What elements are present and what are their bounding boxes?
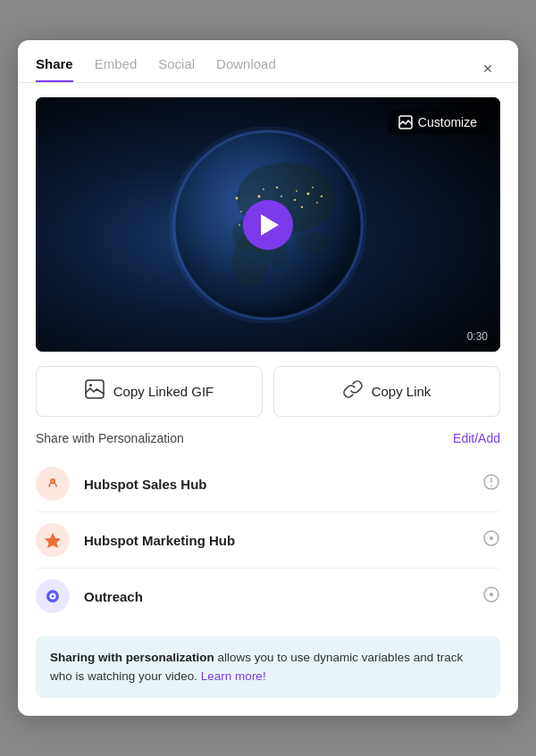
outreach-action[interactable] <box>482 586 500 608</box>
modal: Share Embed Social Download × <box>18 40 518 716</box>
edit-add-link[interactable]: Edit/Add <box>453 431 500 445</box>
svg-point-37 <box>490 536 493 540</box>
hubspot-sales-action[interactable] <box>482 473 500 495</box>
learn-more-link[interactable]: Learn more! <box>201 669 266 683</box>
image-icon <box>85 379 105 403</box>
tab-divider <box>18 82 518 83</box>
customize-icon <box>398 115 413 129</box>
integration-item-hubspot-marketing: Hubspot Marketing Hub <box>36 512 500 569</box>
share-section-header: Share with Personalization Edit/Add <box>36 431 500 445</box>
svg-point-11 <box>307 192 310 195</box>
outreach-icon <box>36 579 70 613</box>
video-player: Customize 0:30 <box>36 97 500 352</box>
copy-link-button[interactable]: Copy Link <box>273 366 500 417</box>
svg-point-14 <box>240 211 242 212</box>
svg-point-21 <box>312 187 314 188</box>
svg-point-33 <box>51 479 54 483</box>
svg-point-20 <box>258 195 261 197</box>
info-bold-text: Sharing with personalization <box>50 651 214 664</box>
play-icon <box>261 214 279 236</box>
integration-item-outreach: Outreach <box>36 569 500 624</box>
hubspot-sales-icon <box>36 467 70 501</box>
video-timer: 0:30 <box>467 330 488 343</box>
tab-social[interactable]: Social <box>158 56 195 82</box>
integration-list: Hubspot Sales Hub Hubspot Marketing Hub <box>36 456 500 624</box>
svg-point-9 <box>294 199 296 201</box>
copy-link-label: Copy Link <box>372 384 431 399</box>
copy-linked-gif-label: Copy Linked GIF <box>113 384 214 399</box>
svg-point-42 <box>490 593 493 596</box>
integration-item-hubspot-sales: Hubspot Sales Hub <box>36 456 500 512</box>
outreach-name: Outreach <box>84 589 482 604</box>
svg-point-25 <box>236 196 239 199</box>
hubspot-marketing-icon <box>36 523 70 557</box>
play-button[interactable] <box>243 200 293 250</box>
svg-point-6 <box>297 232 329 253</box>
hubspot-marketing-name: Hubspot Marketing Hub <box>84 533 482 548</box>
hubspot-marketing-action[interactable] <box>482 529 500 552</box>
modal-header: Share Embed Social Download × <box>18 40 518 82</box>
customize-label: Customize <box>418 115 477 129</box>
svg-point-22 <box>321 195 322 197</box>
link-icon <box>343 379 363 403</box>
tab-download[interactable]: Download <box>216 56 276 82</box>
action-buttons: Copy Linked GIF Copy Link <box>36 366 500 417</box>
svg-point-18 <box>301 206 303 208</box>
info-box: Sharing with personalization allows you … <box>36 636 500 698</box>
hubspot-sales-name: Hubspot Sales Hub <box>84 477 482 492</box>
copy-linked-gif-button[interactable]: Copy Linked GIF <box>36 366 263 417</box>
tab-share[interactable]: Share <box>36 56 73 82</box>
modal-overlay: Share Embed Social Download × <box>0 0 536 756</box>
svg-point-12 <box>263 188 264 190</box>
svg-marker-35 <box>45 533 61 548</box>
svg-point-23 <box>239 224 240 226</box>
svg-point-15 <box>316 202 318 204</box>
tab-embed[interactable]: Embed <box>95 56 138 82</box>
svg-point-26 <box>296 190 297 192</box>
share-personalization-label: Share with Personalization <box>36 431 184 445</box>
close-button[interactable]: × <box>475 57 500 82</box>
svg-point-13 <box>276 187 278 188</box>
svg-point-31 <box>89 384 92 386</box>
svg-point-8 <box>281 195 282 197</box>
tab-bar: Share Embed Social Download <box>36 56 276 82</box>
svg-point-40 <box>52 595 54 598</box>
customize-button[interactable]: Customize <box>388 110 488 135</box>
